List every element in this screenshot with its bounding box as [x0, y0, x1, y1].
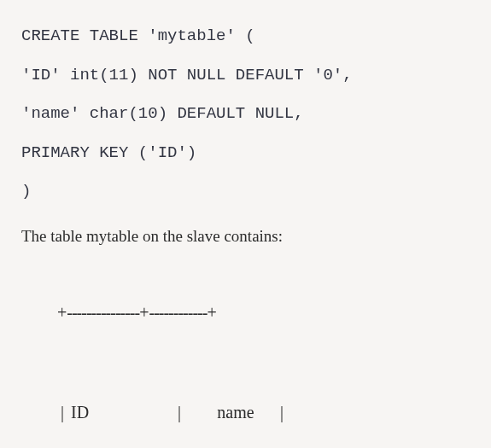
table-header-row: |ID|name|	[40, 363, 470, 448]
header-id: ID	[67, 396, 174, 429]
header-name: name	[184, 396, 277, 429]
sql-line-4: PRIMARY KEY ('ID')	[21, 134, 470, 173]
table-description: The table mytable on the slave contains:	[21, 227, 470, 246]
sql-line-3: 'name' char(10) DEFAULT NULL,	[21, 95, 470, 134]
sql-line-1: CREATE TABLE 'mytable' (	[21, 17, 470, 56]
ascii-table: +---------------+------------+ |ID|name|…	[40, 263, 470, 448]
table-border-top: +---------------+------------+	[40, 263, 470, 363]
sql-code-block: CREATE TABLE 'mytable' ( 'ID' int(11) NO…	[21, 17, 470, 212]
sql-line-2: 'ID' int(11) NOT NULL DEFAULT '0',	[21, 56, 470, 96]
sql-line-5: )	[21, 172, 470, 212]
